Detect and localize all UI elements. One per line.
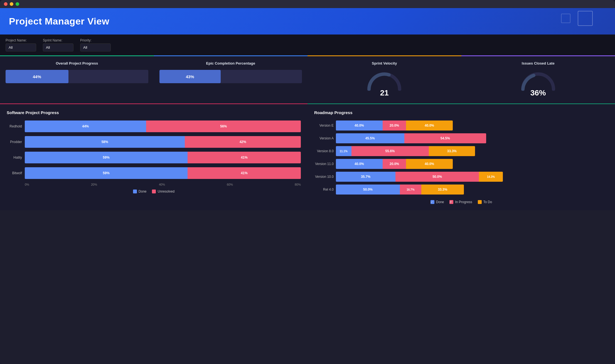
x-axis-0: 0% xyxy=(25,183,29,186)
legend-done-label: Done xyxy=(139,190,147,193)
priority-select[interactable]: All xyxy=(80,43,111,51)
x-axis: 0% 20% 40% 60% 80% xyxy=(25,183,301,186)
filters-bar: Project Name: All Sprint Name: All Prior… xyxy=(0,35,615,55)
x-axis-40: 40% xyxy=(159,183,165,186)
roadmap-bar-v8: 11.1% 55.6% 33.3% xyxy=(336,146,475,156)
roadmap-label-va: Version A xyxy=(314,136,334,140)
bar-unresolved-hatity: 41% xyxy=(188,152,301,163)
v10-todo: 14.3% xyxy=(479,172,503,182)
bar-done-redhold: 44% xyxy=(25,120,146,132)
priority-filter: Priority: All xyxy=(80,38,111,51)
row-bar-bitwolf: 59% 41% xyxy=(25,167,301,179)
software-progress-panel: Software Project Progress Redhold 44% 56… xyxy=(0,104,308,210)
project-name-select[interactable]: All xyxy=(6,43,36,51)
v8-todo: 33.3% xyxy=(429,146,475,156)
sprint-name-label: Sprint Name: xyxy=(43,38,73,42)
list-item: Version 8.0 11.1% 55.6% 33.3% xyxy=(314,146,608,156)
legend-roadmap-todo-label: To Do xyxy=(483,200,492,204)
roadmap-label-v10: Version 10.0 xyxy=(314,175,334,179)
legend-unresolved-label: Unresolved xyxy=(158,190,174,193)
overall-progress-bar: 44% xyxy=(6,70,148,83)
roadmap-progress-title: Roadmap Progress xyxy=(314,110,608,115)
rel4-done: 50.0% xyxy=(336,185,400,195)
roadmap-legend: ✓ Done ✗ In Progress To Do xyxy=(314,200,608,204)
header-banner: Project Manager View xyxy=(0,8,615,35)
v11-todo: 40.0% xyxy=(406,159,453,169)
roadmap-bar-v11: 40.0% 20.0% 40.0% xyxy=(336,159,453,169)
metrics-row: Overall Project Progress 44% Epic Comple… xyxy=(0,55,615,104)
legend-roadmap-inprogress: ✗ In Progress xyxy=(449,200,472,204)
velocity-gauge: 21 xyxy=(313,70,456,97)
overall-progress-fill: 44% xyxy=(6,70,68,83)
roadmap-label-ve: Version E xyxy=(314,124,334,127)
roadmap-progress-panel: Roadmap Progress Version E 40.0% 20.0% 4… xyxy=(308,104,615,210)
roadmap-bar-v10: 35.7% 50.0% 14.3% xyxy=(336,172,503,182)
title-bar xyxy=(0,0,615,8)
bar-unresolved-bitwolf: 41% xyxy=(188,167,301,179)
project-name-label: Project Name: xyxy=(6,38,36,42)
legend-roadmap-inprogress-label: In Progress xyxy=(455,200,472,204)
metric-overall-title: Overall Project Progress xyxy=(6,61,148,65)
v10-done: 35.7% xyxy=(336,172,395,182)
list-item: Rel 4.0 50.0% 16.7% 33.3% xyxy=(314,185,608,195)
x-axis-20: 20% xyxy=(91,183,97,186)
close-button[interactable] xyxy=(4,2,8,6)
metric-sprint-velocity: Sprint Velocity 21 xyxy=(308,55,461,104)
metric-issues-title: Issues Closed Late xyxy=(467,61,610,65)
metric-epic-title: Epic Completion Percentage xyxy=(159,61,302,65)
roadmap-label-v11: Version 11.0 xyxy=(314,162,334,166)
sprint-name-filter: Sprint Name: All xyxy=(43,38,73,51)
software-progress-title: Software Project Progress xyxy=(7,110,301,115)
v11-done: 40.0% xyxy=(336,159,383,169)
metric-epic-completion: Epic Completion Percentage 43% xyxy=(154,55,308,104)
row-bar-redhold: 44% 56% xyxy=(25,120,301,132)
v10-inprogress: 50.0% xyxy=(395,172,479,182)
sprint-name-select[interactable]: All xyxy=(43,43,73,51)
legend-roadmap-todo-box xyxy=(478,200,482,204)
epic-progress-value: 43% xyxy=(186,74,194,79)
velocity-gauge-svg xyxy=(366,70,402,91)
row-label-prodder: Prodder xyxy=(7,140,22,144)
legend-roadmap-done-box: ✓ xyxy=(430,200,434,204)
legend-done: ✓ Done xyxy=(133,190,147,193)
project-name-filter: Project Name: All xyxy=(6,38,36,51)
overall-progress-value: 44% xyxy=(33,74,41,79)
roadmap-bar-va: 45.5% 54.5% xyxy=(336,133,486,143)
software-progress-chart: Redhold 44% 56% Prodder 58% 42% Hatity xyxy=(7,120,301,193)
roadmap-chart: Version E 40.0% 20.0% 40.0% Version A 45… xyxy=(314,120,608,204)
row-label-redhold: Redhold xyxy=(7,124,22,128)
legend-unresolved-box: ✗ xyxy=(152,190,156,193)
row-bar-hatity: 59% 41% xyxy=(25,152,301,163)
va-inprogress: 54.5% xyxy=(404,133,486,143)
software-legend: ✓ Done ✗ Unresolved xyxy=(7,190,301,193)
maximize-button[interactable] xyxy=(16,2,19,6)
row-label-hatity: Hatity xyxy=(7,156,22,159)
list-item: Version E 40.0% 20.0% 40.0% xyxy=(314,120,608,131)
issues-gauge: 36% xyxy=(467,70,610,97)
legend-roadmap-done: ✓ Done xyxy=(430,200,444,204)
metric-velocity-title: Sprint Velocity xyxy=(313,61,456,65)
table-row: Prodder 58% 42% xyxy=(7,136,301,148)
roadmap-label-v8: Version 8.0 xyxy=(314,149,334,153)
table-row: Hatity 59% 41% xyxy=(7,152,301,163)
legend-roadmap-inprogress-box: ✗ xyxy=(449,200,453,204)
ve-todo: 40.0% xyxy=(406,120,453,131)
legend-done-box: ✓ xyxy=(133,190,137,193)
roadmap-label-rel4: Rel 4.0 xyxy=(314,188,334,191)
issues-gauge-svg xyxy=(520,70,556,91)
row-bar-prodder: 58% 42% xyxy=(25,136,301,148)
rel4-inprogress: 16.7% xyxy=(400,185,421,195)
list-item: Version 10.0 35.7% 50.0% 14.3% xyxy=(314,172,608,182)
v11-inprogress: 20.0% xyxy=(383,159,406,169)
minimize-button[interactable] xyxy=(10,2,13,6)
table-row: Redhold 44% 56% xyxy=(7,120,301,132)
bar-done-prodder: 58% xyxy=(25,136,185,148)
table-row: Bitwolf 59% 41% xyxy=(7,167,301,179)
metric-overall-progress: Overall Project Progress 44% xyxy=(0,55,154,104)
legend-unresolved: ✗ Unresolved xyxy=(152,190,174,193)
x-axis-60: 60% xyxy=(227,183,233,186)
page-title: Project Manager View xyxy=(9,16,606,27)
epic-progress-bar: 43% xyxy=(159,70,302,83)
main-content: Software Project Progress Redhold 44% 56… xyxy=(0,104,615,210)
rel4-todo: 33.3% xyxy=(421,185,464,195)
